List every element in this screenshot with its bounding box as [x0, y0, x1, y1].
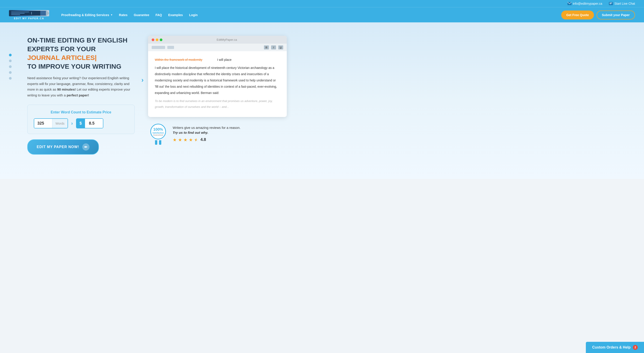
top-bar: info@editmypaper.ca Start Live Chat — [0, 0, 644, 7]
price-value: 8.5 — [85, 119, 103, 128]
word-count-input-wrapper: Words — [34, 118, 68, 128]
nav-buttons: Get Free Quote Submit your Paper — [561, 10, 635, 20]
chat-icon — [609, 2, 613, 5]
chat-label: Start Live Chat — [614, 2, 635, 5]
underline-button[interactable]: U — [278, 46, 283, 50]
svg-rect-5 — [40, 11, 47, 16]
star-3: ★ — [184, 137, 188, 142]
estimator-inputs: Words › $ 8.5 — [34, 118, 128, 128]
nav-link-login[interactable]: Login — [186, 9, 201, 21]
estimator-title: Enter Word Count to Estimate Price — [34, 110, 128, 114]
dot-4[interactable] — [9, 71, 12, 74]
ribbon-left — [155, 140, 157, 145]
arrow-right-icon: › — [71, 120, 73, 126]
browser-close-dot — [152, 38, 154, 41]
review-section: 100% Satisfaction Guaranteed Writers giv… — [148, 124, 287, 144]
toolbar-shape-1 — [152, 46, 165, 49]
email-address: info@editmypaper.ca — [573, 2, 602, 5]
browser-main-text: I will place the historical development … — [155, 65, 280, 96]
email-item[interactable]: info@editmypaper.ca — [568, 2, 602, 5]
svg-marker-6 — [46, 11, 49, 16]
get-free-quote-button[interactable]: Get Free Quote — [561, 10, 594, 20]
svg-rect-7 — [11, 12, 29, 12]
price-estimator: Enter Word Count to Estimate Price Words… — [27, 105, 135, 134]
main-nav: EDIT MY PAPER.CA Proofreading & Editing … — [0, 7, 644, 22]
dot-2[interactable] — [9, 60, 12, 62]
dot-1[interactable] — [9, 54, 12, 56]
dot-3[interactable] — [9, 65, 12, 68]
submit-paper-button[interactable]: Submit your Paper — [596, 10, 635, 20]
currency-symbol: $ — [76, 119, 85, 128]
star-4: ★ — [189, 137, 193, 142]
hero-description: Need assistance fixing your writing? Our… — [27, 75, 135, 98]
ribbon-right — [159, 140, 161, 145]
stars-row: ★ ★ ★ ★ ★ ★ 4.8 — [173, 137, 287, 142]
hero-title: ON-TIME EDITING BY ENGLISH EXPERTS FOR Y… — [27, 36, 135, 71]
review-text-area: Writers give us amazing reviews for a re… — [173, 125, 287, 142]
word-count-input[interactable] — [34, 119, 52, 128]
nav-link-rates[interactable]: Rates — [116, 9, 131, 21]
logo[interactable]: EDIT MY PAPER.CA — [9, 8, 49, 22]
browser-quote-text: To be modern is to find ourselves in an … — [155, 98, 280, 110]
star-1: ★ — [173, 137, 177, 142]
email-icon — [568, 2, 572, 5]
hero-section: ON-TIME EDITING BY ENGLISH EXPERTS FOR Y… — [0, 22, 644, 179]
svg-rect-9 — [11, 14, 20, 15]
bold-button[interactable]: B — [264, 46, 269, 50]
logo-image — [9, 10, 49, 16]
star-5-half: ★ ★ — [194, 137, 198, 142]
nav-links: Proofreading & Editing Services ▼ Rates … — [58, 9, 559, 21]
badge-ribbons — [148, 140, 168, 145]
svg-rect-10 — [31, 12, 32, 14]
satisfaction-badge: 100% Satisfaction Guaranteed — [148, 124, 168, 144]
pen-icon: ✏ — [82, 144, 90, 150]
dot-navigation — [9, 36, 12, 80]
price-display: $ 8.5 — [76, 118, 103, 128]
nav-link-services[interactable]: Proofreading & Editing Services ▼ — [58, 9, 116, 21]
hero-right-content: › EditMyPaper.ca B I U Within the framew… — [148, 36, 635, 144]
review-main-text: Writers give us amazing reviews for a re… — [173, 125, 287, 135]
browser-arrow-icon: › — [141, 76, 144, 84]
words-label: Words — [52, 119, 68, 128]
browser-toolbar: B I U — [148, 44, 287, 51]
svg-rect-2 — [610, 3, 612, 3]
star-2: ★ — [178, 137, 182, 142]
rating-number: 4.8 — [200, 137, 206, 142]
svg-rect-8 — [11, 13, 24, 14]
nav-link-faq[interactable]: FAQ — [152, 9, 165, 21]
dropdown-arrow-services: ▼ — [110, 14, 113, 16]
toolbar-shape-2 — [167, 46, 174, 49]
nav-link-examples[interactable]: Examples — [165, 9, 186, 21]
browser-titlebar: EditMyPaper.ca — [148, 36, 287, 44]
dot-5[interactable] — [9, 77, 12, 80]
strikethrough-text: Within the framework of modernity — [155, 58, 202, 62]
chat-item[interactable]: Start Live Chat — [609, 2, 635, 5]
browser-url: EditMyPaper.ca — [170, 38, 283, 42]
badge-circle: 100% Satisfaction Guaranteed — [150, 124, 166, 139]
nav-link-guarantee[interactable]: Guarantee — [131, 9, 152, 21]
edit-my-paper-button[interactable]: EDIT MY PAPER NOW! ✏ — [27, 139, 99, 154]
browser-minimize-dot — [156, 38, 158, 41]
logo-text: EDIT MY PAPER.CA — [14, 17, 44, 20]
italic-button[interactable]: I — [271, 46, 276, 50]
hero-left-content: ON-TIME EDITING BY ENGLISH EXPERTS FOR Y… — [27, 36, 135, 154]
browser-content: Within the framework of modernity I will… — [148, 51, 287, 117]
browser-mockup: EditMyPaper.ca B I U Within the framewor… — [148, 36, 287, 117]
svg-rect-3 — [610, 4, 611, 4]
browser-maximize-dot — [160, 38, 162, 41]
